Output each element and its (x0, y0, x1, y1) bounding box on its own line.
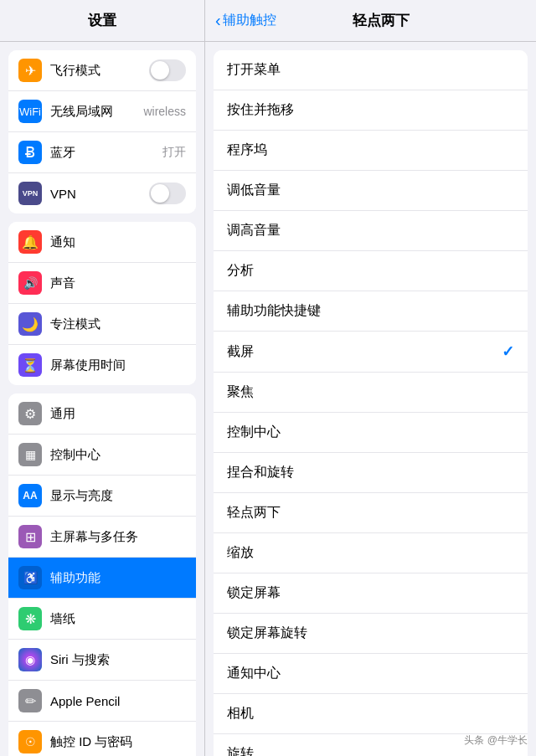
right-item-label: 轻点两下 (227, 504, 514, 522)
right-item-zoom[interactable]: 缩放 (214, 533, 528, 573)
accessibility-icon: ♿ (18, 566, 42, 589)
sidebar-item-notification[interactable]: 🔔 通知 (8, 222, 196, 263)
sidebar-item-label: 无线局域网 (50, 104, 143, 120)
focus-icon: 🌙 (18, 312, 42, 336)
pencil-icon: ✏ (18, 689, 42, 712)
sound-icon: 🔊 (18, 271, 42, 295)
sidebar: ✈ 飞行模式 WiFi 无线局域网 wireless Ƀ 蓝牙 打开 VPN V… (0, 42, 205, 756)
sidebar-item-homescreen[interactable]: ⊞ 主屏幕与多任务 (8, 517, 196, 558)
right-item-label: 相机 (227, 705, 514, 723)
right-item-lock-screen[interactable]: 锁定屏幕 (214, 573, 528, 614)
right-item-label: 辅助功能快捷键 (227, 302, 514, 320)
right-item-notification-center[interactable]: 通知中心 (214, 654, 528, 694)
sidebar-item-label: 辅助功能 (50, 570, 186, 586)
sidebar-item-pencil[interactable]: ✏ Apple Pencil (8, 681, 196, 722)
vpn-icon: VPN (18, 182, 42, 205)
right-item-label: 截屏 (227, 343, 502, 361)
right-item-label: 调高音量 (227, 222, 514, 239)
right-panel: 打开菜单 按住并拖移 程序坞 调低音量 调高音量 分析 辅助功能快捷键 截屏 (205, 42, 536, 756)
watermark: 头条 @牛学长 (464, 733, 528, 748)
right-item-label: 通知中心 (227, 665, 514, 682)
siri-icon: ◉ (18, 648, 42, 671)
sidebar-item-touchid[interactable]: ☉ 触控 ID 与密码 (8, 722, 196, 756)
detail-title: 轻点两下 (276, 11, 536, 30)
right-item-label: 控制中心 (227, 424, 514, 441)
right-item-label: 打开菜单 (227, 61, 514, 79)
sidebar-title: 设置 (0, 0, 205, 41)
right-item-vol-up[interactable]: 调高音量 (214, 211, 528, 251)
sidebar-item-screentime[interactable]: ⏳ 屏幕使用时间 (8, 345, 196, 385)
sidebar-item-wallpaper[interactable]: ❋ 墙纸 (8, 599, 196, 640)
right-item-screenshot[interactable]: 截屏 ✓ (214, 332, 528, 373)
right-item-label: 锁定屏幕 (227, 584, 514, 602)
right-item-fold-rotate[interactable]: 捏合和旋转 (214, 453, 528, 493)
right-item-analysis[interactable]: 分析 (214, 251, 528, 291)
sidebar-item-general[interactable]: ⚙ 通用 (8, 393, 196, 435)
sidebar-item-accessibility[interactable]: ♿ 辅助功能 (8, 558, 196, 599)
bluetooth-icon: Ƀ (18, 141, 42, 164)
airplane-toggle[interactable] (149, 59, 186, 81)
notification-icon: 🔔 (18, 230, 42, 254)
right-list: 打开菜单 按住并拖移 程序坞 调低音量 调高音量 分析 辅助功能快捷键 截屏 (214, 50, 528, 756)
right-item-label: 锁定屏幕旋转 (227, 625, 514, 642)
sidebar-item-airplane[interactable]: ✈ 飞行模式 (8, 50, 196, 91)
sidebar-group-personal: 🔔 通知 🔊 声音 🌙 专注模式 ⏳ 屏幕使用时间 (8, 222, 196, 385)
sidebar-item-controlcenter[interactable]: ▦ 控制中心 (8, 435, 196, 476)
screentime-icon: ⏳ (18, 353, 42, 377)
sidebar-item-label: 屏幕使用时间 (50, 357, 186, 373)
controlcenter-icon: ▦ (18, 443, 42, 466)
sidebar-item-bluetooth[interactable]: Ƀ 蓝牙 打开 (8, 132, 196, 173)
right-item-shortcut[interactable]: 辅助功能快捷键 (214, 291, 528, 332)
sidebar-group-system: ⚙ 通用 ▦ 控制中心 AA 显示与亮度 ⊞ 主屏幕与多任务 ♿ 辅助功能 ❋ … (8, 393, 196, 756)
vpn-toggle[interactable] (149, 183, 186, 204)
sidebar-item-label: 墙纸 (50, 611, 186, 627)
right-item-label: 分析 (227, 262, 514, 280)
right-item-control-center[interactable]: 控制中心 (214, 413, 528, 453)
right-item-lock-rotate[interactable]: 锁定屏幕旋转 (214, 614, 528, 654)
touchid-icon: ☉ (18, 730, 42, 753)
sidebar-item-vpn[interactable]: VPN VPN (8, 173, 196, 213)
sidebar-item-label: Siri 与搜索 (50, 652, 186, 668)
bluetooth-value: 打开 (162, 145, 186, 160)
right-item-label: 程序坞 (227, 141, 514, 159)
wifi-value: wireless (143, 105, 186, 118)
header: 设置 ‹ 辅助触控 轻点两下 (0, 0, 536, 42)
right-item-label: 调低音量 (227, 182, 514, 199)
right-item-label: 聚焦 (227, 383, 514, 401)
right-item-camera[interactable]: 相机 (214, 694, 528, 734)
sidebar-item-label: 通知 (50, 234, 186, 250)
sidebar-item-label: 控制中心 (50, 447, 186, 463)
sidebar-item-wifi[interactable]: WiFi 无线局域网 wireless (8, 91, 196, 132)
detail-header: ‹ 辅助触控 轻点两下 (205, 0, 536, 41)
chevron-left-icon: ‹ (215, 11, 221, 30)
airplane-icon: ✈ (18, 59, 42, 82)
right-item-open-menu[interactable]: 打开菜单 (214, 50, 528, 90)
right-item-press-drag[interactable]: 按住并拖移 (214, 90, 528, 131)
right-item-label: 按住并拖移 (227, 101, 514, 119)
right-item-vol-down[interactable]: 调低音量 (214, 171, 528, 211)
back-button[interactable]: ‹ 辅助触控 (205, 11, 276, 30)
general-icon: ⚙ (18, 402, 42, 425)
right-item-label: 捏合和旋转 (227, 464, 514, 481)
sidebar-item-label: VPN (50, 187, 149, 201)
sidebar-item-focus[interactable]: 🌙 专注模式 (8, 304, 196, 345)
right-item-double-tap[interactable]: 轻点两下 (214, 493, 528, 533)
right-item-label: 缩放 (227, 544, 514, 562)
wifi-icon: WiFi (18, 100, 42, 123)
sidebar-item-label: 飞行模式 (50, 63, 149, 79)
sidebar-group-connectivity: ✈ 飞行模式 WiFi 无线局域网 wireless Ƀ 蓝牙 打开 VPN V… (8, 50, 196, 213)
sidebar-item-label: 显示与亮度 (50, 488, 186, 504)
sidebar-item-label: 通用 (50, 406, 186, 422)
sidebar-item-label: Apple Pencil (50, 694, 186, 708)
sidebar-item-siri[interactable]: ◉ Siri 与搜索 (8, 640, 196, 681)
sidebar-item-sound[interactable]: 🔊 声音 (8, 263, 196, 304)
sidebar-item-label: 专注模式 (50, 316, 186, 332)
main-content: ✈ 飞行模式 WiFi 无线局域网 wireless Ƀ 蓝牙 打开 VPN V… (0, 42, 536, 756)
sidebar-item-label: 触控 ID 与密码 (50, 734, 186, 750)
right-item-dock[interactable]: 程序坞 (214, 131, 528, 171)
sidebar-item-display[interactable]: AA 显示与亮度 (8, 476, 196, 517)
display-icon: AA (18, 484, 42, 507)
check-icon: ✓ (502, 342, 514, 361)
wallpaper-icon: ❋ (18, 607, 42, 630)
right-item-focus[interactable]: 聚焦 (214, 373, 528, 413)
